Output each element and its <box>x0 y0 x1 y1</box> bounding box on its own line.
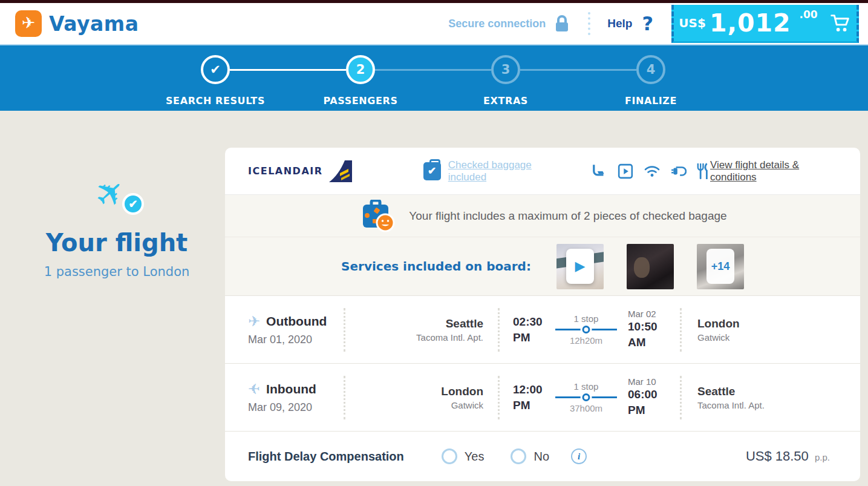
top-header: ✈ Vayama Secure connection Help ? US$ 1,… <box>0 3 868 44</box>
page-title: Your flight <box>0 229 233 257</box>
help[interactable]: Help ? <box>607 12 653 35</box>
origin-city: Seattle <box>345 317 483 330</box>
departure-time-value: 12:00 <box>513 382 550 398</box>
arrival-ampm: AM <box>628 335 680 350</box>
header-right: Secure connection Help ? US$ 1,012 .00 <box>448 3 868 44</box>
departure-time: 12:00 PM <box>500 382 550 413</box>
compensation-price: US$ 18.50 p.p. <box>746 448 830 464</box>
step-active-circle[interactable]: 2 <box>346 55 375 84</box>
progress-connector <box>520 69 636 71</box>
info-icon[interactable]: i <box>571 448 587 464</box>
service-more-thumbnail[interactable]: +14 <box>697 244 744 289</box>
destination-city: London <box>697 317 740 330</box>
destination-airport: Tacoma Intl. Apt. <box>697 400 765 410</box>
plane-right-icon: ✈ <box>248 313 260 330</box>
origin-column: London Gatwick <box>345 385 498 410</box>
more-photos-badge[interactable]: +14 <box>706 249 734 284</box>
stop-dot-icon <box>582 393 590 401</box>
play-icon[interactable]: ▶ <box>566 249 594 284</box>
route-line <box>555 326 617 333</box>
arrival-date: Mar 02 <box>628 309 680 319</box>
no-label: No <box>534 450 549 464</box>
departure-date: Mar 01, 2020 <box>248 333 344 346</box>
departure-time-value: 02:30 <box>513 314 550 330</box>
seat-icon <box>592 163 607 179</box>
view-flight-details-link[interactable]: View flight details & conditions <box>710 159 830 183</box>
icelandair-tail-icon <box>327 160 352 183</box>
destination-column: London Gatwick <box>682 317 740 343</box>
step-done-circle[interactable]: ✔ <box>201 55 230 84</box>
suitcase-smiley-icon <box>358 200 396 232</box>
service-photo-thumbnail[interactable] <box>627 244 674 289</box>
step-todo-circle: 3 <box>491 55 520 84</box>
plane-icon: ✈ <box>22 13 36 33</box>
price-cents: .00 <box>800 8 818 21</box>
lock-icon <box>554 15 570 33</box>
baggage-check-icon: ✔ <box>423 162 441 180</box>
entertainment-icon <box>618 163 633 179</box>
question-icon: ? <box>642 12 653 35</box>
compensation-no-option[interactable]: No <box>511 448 549 464</box>
price-currency: US$ <box>679 16 706 30</box>
header-divider <box>588 12 590 35</box>
checked-baggage-link-group[interactable]: ✔ Checked baggage included <box>423 159 556 183</box>
arrival-time-value: 10:50 <box>628 319 680 335</box>
origin-airport: Tacoma Intl. Apt. <box>345 332 483 343</box>
flight-card: ICELANDAIR ✔ Checked baggage included <box>225 148 860 481</box>
airline-name: ICELANDAIR <box>248 165 323 177</box>
step-label: FINALIZE <box>625 95 677 107</box>
arrival-column: Mar 10 06:00 PM <box>622 376 680 418</box>
play-glyph: ▶ <box>575 258 585 274</box>
stop-dot-icon <box>582 326 590 333</box>
stops-label: 1 stop <box>550 381 622 392</box>
wifi-icon <box>644 163 661 179</box>
progress-connector <box>230 69 346 71</box>
brand-name: Vayama <box>49 12 139 36</box>
origin-city: London <box>345 385 483 398</box>
help-label: Help <box>607 17 632 30</box>
power-icon <box>671 163 687 179</box>
compensation-price-value: US$ 18.50 <box>746 448 809 464</box>
service-video-thumbnail[interactable]: ▶ <box>556 244 604 289</box>
no-radio[interactable] <box>511 448 526 464</box>
services-row: Services included on board: ▶ +14 <box>225 237 860 295</box>
booking-progress-bar: ✔ SEARCH RESULTS 2 PASSENGERS 3 EXTRAS 4… <box>0 44 868 111</box>
checked-baggage-link[interactable]: Checked baggage included <box>448 159 555 183</box>
departure-ampm: PM <box>513 398 550 413</box>
departure-time: 02:30 PM <box>500 314 550 345</box>
destination-city: Seattle <box>697 385 765 398</box>
vayama-logo-mark: ✈ <box>15 10 42 37</box>
destination-airport: Gatwick <box>697 332 740 343</box>
cart-price-button[interactable]: US$ 1,012 .00 <box>671 5 859 43</box>
airline-logo: ICELANDAIR <box>248 160 352 183</box>
step-todo-circle: 4 <box>636 55 665 84</box>
origin-column: Seattle Tacoma Intl. Apt. <box>345 317 498 343</box>
direction-label: Inbound <box>266 382 316 396</box>
check-icon: ✔ <box>423 162 441 180</box>
compensation-label: Flight Delay Compensation <box>248 450 404 464</box>
step-number: 4 <box>647 62 656 77</box>
arrival-time-value: 06:00 <box>628 387 680 402</box>
flight-confirmed-icon: ✈ ✔ <box>91 171 151 220</box>
services-label: Services included on board: <box>341 259 531 274</box>
amenity-icons <box>592 163 710 180</box>
price-amount: 1,012 <box>710 8 791 38</box>
stops-column: 1 stop 37h00m <box>550 381 622 413</box>
progress-connector <box>375 69 491 71</box>
arrival-date: Mar 10 <box>628 376 680 387</box>
destination-column: Seattle Tacoma Intl. Apt. <box>682 385 765 410</box>
yes-radio[interactable] <box>442 448 457 464</box>
plane-left-icon: ✈ <box>248 381 260 398</box>
arrival-ampm: PM <box>628 402 680 418</box>
route-line <box>555 393 617 401</box>
info-glyph: i <box>578 452 580 462</box>
page-subtitle: 1 passenger to London <box>0 264 233 279</box>
step-number: 3 <box>501 62 511 77</box>
outbound-flight-row: ✈ Outbound Mar 01, 2020 Seattle Tacoma I… <box>225 295 860 363</box>
stops-label: 1 stop <box>550 314 622 324</box>
compensation-yes-option[interactable]: Yes <box>442 448 485 464</box>
baggage-note-row: Your flight includes a maximum of 2 piec… <box>225 195 860 237</box>
vayama-logo[interactable]: ✈ Vayama <box>15 10 139 37</box>
check-badge-icon: ✔ <box>122 193 144 215</box>
duration-label: 12h20m <box>550 335 622 346</box>
